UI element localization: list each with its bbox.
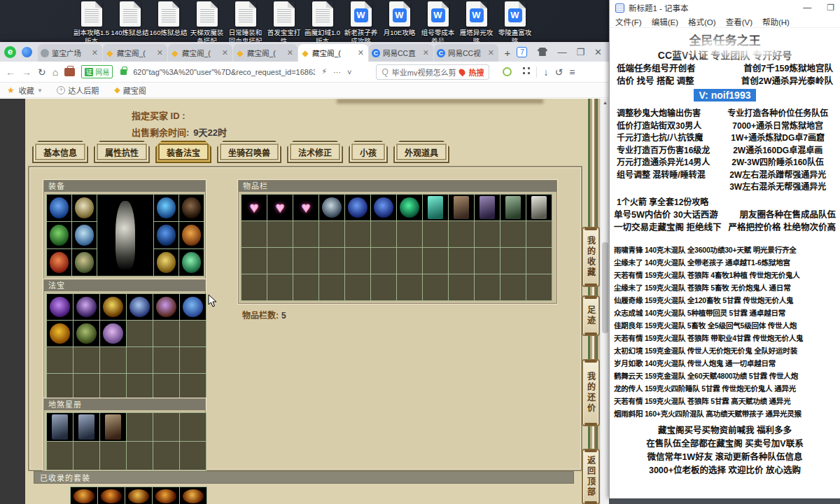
green-portrait-card[interactable] — [500, 195, 526, 220]
notepad-text-area[interactable]: 全民任务之王 CC蓝V认证 专业团队 专开好号 低端任务组号开创者首创7千159… — [610, 28, 840, 493]
menu-icon[interactable]: ≡ — [569, 66, 575, 78]
desktop-icon[interactable]: 画魔幻域1.0版本 — [303, 1, 342, 46]
game-tab-5[interactable]: 法术修正 — [287, 141, 343, 163]
fire-set-item[interactable] — [71, 487, 97, 504]
page-scrollbar[interactable]: ▲ — [600, 99, 609, 504]
reload-icon[interactable]: ↻ — [38, 66, 46, 78]
desktop-icon[interactable]: 月10E攻略 — [380, 1, 419, 46]
desktop-icon[interactable]: 组号零成本养号 — [419, 1, 457, 46]
green-boots-item[interactable] — [72, 249, 97, 276]
favorites-star-icon[interactable]: ★ — [7, 85, 15, 95]
download-icon[interactable]: ↓ — [543, 66, 548, 78]
pink-heart-item[interactable]: ♥ — [293, 195, 318, 220]
blue-helm-item[interactable] — [154, 195, 178, 221]
bolt-icon[interactable]: ⚡ — [321, 67, 327, 76]
browser-profile-icon[interactable] — [22, 47, 32, 57]
jade-pendant-item[interactable] — [179, 249, 204, 276]
warrior-card[interactable] — [47, 413, 73, 441]
notepad-menu-item[interactable]: 编辑(E) — [652, 16, 678, 27]
browser-tab[interactable]: 鉴宝广场✕ — [38, 44, 102, 62]
tab-close-icon[interactable]: ✕ — [90, 48, 99, 57]
green-gem-item[interactable] — [397, 195, 422, 220]
fire-set-item[interactable] — [125, 487, 152, 504]
purple-wand-treasure[interactable] — [100, 321, 126, 346]
gold-bowl-item[interactable] — [154, 249, 178, 276]
game-tab-2[interactable]: 属性抗性 — [94, 141, 150, 163]
favorites-label[interactable]: 收藏 — [19, 85, 34, 96]
desktop-icon[interactable]: 140炼狱总结 — [111, 1, 149, 46]
home-icon[interactable]: ⌂ — [52, 66, 58, 78]
scrollbar-thumb[interactable] — [602, 242, 608, 333]
fire-set-item[interactable] — [98, 487, 125, 504]
blue-scroll-treasure[interactable] — [180, 294, 206, 320]
fire-set-item[interactable] — [180, 487, 206, 504]
url-dropdown-icon[interactable]: ˅ — [347, 68, 351, 76]
purple-portrait-card[interactable] — [475, 195, 500, 220]
tab-close-icon[interactable]: ✕ — [286, 48, 295, 57]
blue-gem-item[interactable] — [371, 195, 396, 220]
blue-beast-item[interactable] — [47, 195, 71, 221]
white-portrait-card[interactable] — [526, 195, 552, 220]
bookmark-cbg[interactable]: ◆藏宝阁 — [114, 85, 146, 96]
tab-close-icon[interactable]: ✕ — [421, 48, 430, 57]
notepad-menu-item[interactable]: 查看(V) — [726, 16, 752, 27]
blue-robe-item[interactable] — [72, 222, 97, 248]
browser-tab[interactable]: ◆藏宝阁_(✕ — [168, 44, 232, 62]
close-button[interactable]: ✕ — [594, 47, 602, 57]
history-icon[interactable]: ↺ — [554, 66, 563, 78]
new-tab-button[interactable]: + — [499, 45, 516, 62]
silver-dagger-item[interactable] — [72, 195, 97, 221]
site-cert-badge[interactable]: 证网易 — [81, 65, 113, 78]
game-tab-7[interactable]: 外观道具 — [393, 141, 449, 163]
forward-icon[interactable]: → — [22, 66, 31, 78]
search-box[interactable]: Q 毕业mv视频怎么剪 热搜 — [376, 64, 489, 80]
side-button-2[interactable]: 足迹 — [582, 295, 600, 336]
search-input[interactable]: 毕业mv视频怎么剪 — [392, 66, 456, 78]
desktop-icon[interactable]: 副本攻略1.5版本 — [72, 1, 111, 46]
game-tab-1[interactable]: 基本信息 — [32, 141, 88, 163]
browser-tab[interactable]: C网易CC直✕ — [369, 44, 433, 62]
teal-card-item[interactable] — [423, 195, 448, 220]
notepad-maximize-button[interactable]: ❐ — [827, 3, 834, 13]
game-tab-6[interactable]: 小孩 — [349, 141, 388, 163]
notepad-menu-item[interactable]: 帮助(H) — [762, 16, 790, 27]
pink-heart-item[interactable]: ♥ — [241, 195, 267, 220]
notepad-menu-item[interactable]: 文件(F) — [615, 16, 642, 27]
desktop-icon[interactable]: 日常睡装和回血鬼搭配 — [226, 1, 265, 46]
extension-badge[interactable]: 7 — [517, 47, 527, 57]
desktop-icon[interactable]: 160炼狱总结 — [149, 1, 188, 46]
tab-close-icon[interactable]: ✕ — [356, 48, 365, 57]
orange-ring-item[interactable] — [179, 222, 204, 248]
blue-ring-item[interactable] — [154, 222, 178, 248]
desktop-icon[interactable]: 雁塔异光攻略 — [457, 1, 496, 46]
gray-gem-item[interactable] — [319, 195, 344, 220]
back-icon[interactable]: ← — [6, 66, 15, 78]
apps-grid-icon[interactable] — [521, 67, 530, 76]
browser-tab[interactable]: ◆藏宝阁_(✕ — [298, 44, 368, 62]
pink-heart-item[interactable]: ♥ — [267, 195, 293, 220]
bookmark-daren[interactable]: +达人后期 — [57, 85, 99, 96]
brown-portrait-card[interactable] — [449, 195, 474, 220]
browser-tab[interactable]: C网易CC视✕ — [434, 44, 498, 62]
tab-close-icon[interactable]: ✕ — [220, 48, 230, 57]
theme-skin-icon[interactable] — [537, 48, 547, 56]
more-icon[interactable]: ··· — [333, 68, 341, 76]
game-tab-4[interactable]: 坐骑召唤兽 — [217, 141, 281, 163]
dark-amulet-item[interactable] — [179, 195, 204, 221]
scroll-up-arrow[interactable]: ▲ — [601, 100, 609, 105]
blue-claw-treasure[interactable] — [127, 294, 153, 320]
green-spear-item[interactable] — [47, 222, 71, 248]
warrior-card[interactable] — [74, 413, 99, 441]
desktop-icon[interactable]: 首发宝宝打性 — [265, 1, 303, 46]
game-tab-3[interactable]: 装备法宝 — [155, 141, 211, 163]
purple-tablet-treasure[interactable] — [153, 294, 179, 320]
minimize-button[interactable]: — — [557, 47, 566, 57]
red-lantern-item[interactable] — [47, 249, 71, 276]
purple-bell-treasure[interactable] — [47, 294, 73, 320]
side-button-1[interactable]: 我的收藏 — [582, 227, 600, 287]
side-button-4[interactable]: 返回顶部 — [582, 449, 600, 504]
favorites-caret-icon[interactable]: ▾ — [38, 87, 42, 94]
fighter-card[interactable] — [100, 413, 126, 441]
tab-close-icon[interactable]: ✕ — [155, 48, 164, 57]
workspace-icon[interactable] — [64, 68, 75, 76]
